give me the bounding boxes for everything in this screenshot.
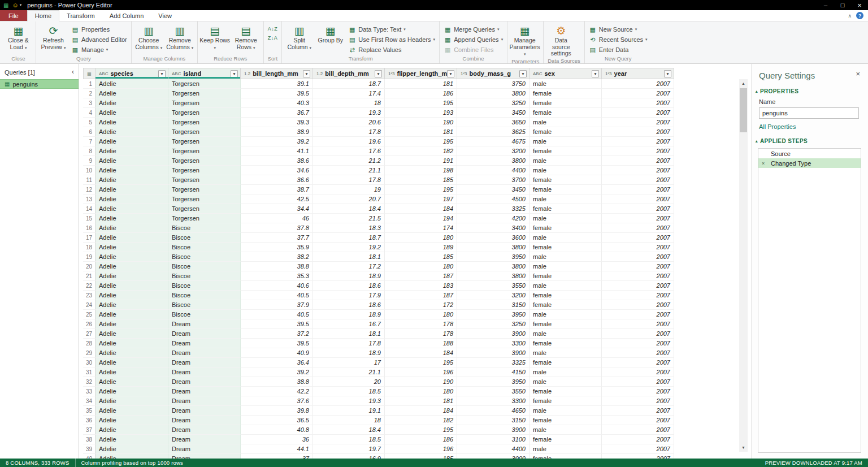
cell-body-mass-g[interactable]: 3200 [457, 146, 530, 156]
applied-step-changed-type[interactable]: × Changed Type [758, 158, 861, 168]
cell-flipper-length-mm[interactable]: 180 [385, 262, 457, 271]
cell-bill-length-mm[interactable]: 39.1 [241, 79, 313, 89]
cell-body-mass-g[interactable]: 3700 [457, 175, 530, 185]
cell-bill-depth-mm[interactable]: 20.7 [313, 194, 385, 204]
cell-bill-depth-mm[interactable]: 18.7 [313, 233, 385, 243]
cell-flipper-length-mm[interactable]: 184 [385, 204, 457, 214]
cell-island[interactable]: Torgersen [168, 175, 241, 185]
keep-rows-button[interactable]: ▤ Keep Rows ▾ [199, 23, 231, 51]
cell-body-mass-g[interactable]: 3250 [457, 319, 530, 329]
cell-sex[interactable]: female [530, 291, 602, 300]
cell-bill-depth-mm[interactable]: 18 [313, 416, 385, 425]
append-queries-button[interactable]: ▦ Append Queries ▾ [441, 34, 505, 45]
cell-bill-depth-mm[interactable]: 21.5 [313, 214, 385, 223]
cell-body-mass-g[interactable]: 3450 [457, 108, 530, 118]
cell-flipper-length-mm[interactable]: 185 [385, 454, 457, 459]
row-number[interactable]: 26 [83, 319, 96, 329]
filter-dropdown-button[interactable]: ▾ [592, 70, 599, 77]
cell-flipper-length-mm[interactable]: 172 [385, 300, 457, 310]
row-number[interactable]: 20 [83, 262, 96, 271]
cell-flipper-length-mm[interactable]: 193 [385, 108, 457, 118]
cell-bill-depth-mm[interactable]: 18.1 [313, 329, 385, 339]
cell-year[interactable]: 2007 [602, 339, 674, 348]
cell-bill-depth-mm[interactable]: 17.8 [313, 127, 385, 137]
cell-body-mass-g[interactable]: 3300 [457, 396, 530, 406]
cell-bill-length-mm[interactable]: 36.7 [241, 108, 313, 118]
group-by-button[interactable]: ▦ Group By [315, 23, 346, 44]
cell-sex[interactable]: female [530, 319, 602, 329]
cell-sex[interactable]: female [530, 416, 602, 425]
cell-flipper-length-mm[interactable]: 195 [385, 98, 457, 108]
row-number[interactable]: 25 [83, 310, 96, 319]
close-window-button[interactable]: × [851, 0, 868, 10]
cell-bill-length-mm[interactable]: 36.6 [241, 175, 313, 185]
cell-island[interactable]: Torgersen [168, 156, 241, 166]
collapse-ribbon-icon[interactable]: ∧ [848, 13, 852, 19]
cell-species[interactable]: Adelie [96, 339, 168, 348]
properties-section-header[interactable]: ▴ PROPERTIES [752, 86, 868, 97]
cell-species[interactable]: Adelie [96, 377, 168, 387]
cell-island[interactable]: Biscoe [168, 291, 241, 300]
cell-flipper-length-mm[interactable]: 183 [385, 281, 457, 291]
cell-island[interactable]: Dream [168, 348, 241, 358]
filter-dropdown-button[interactable]: ▾ [231, 70, 238, 77]
cell-year[interactable]: 2007 [602, 156, 674, 166]
cell-year[interactable]: 2007 [602, 185, 674, 194]
cell-body-mass-g[interactable]: 3300 [457, 339, 530, 348]
sort-descending-button[interactable]: Z↓A [266, 33, 280, 42]
manage-button[interactable]: ▦ Manage ▾ [69, 45, 129, 55]
row-number[interactable]: 13 [83, 194, 96, 204]
text-type-icon[interactable]: ABC [172, 71, 181, 76]
cell-bill-length-mm[interactable]: 38.6 [241, 156, 313, 166]
cell-bill-depth-mm[interactable]: 18.6 [313, 300, 385, 310]
cell-body-mass-g[interactable]: 4650 [457, 406, 530, 416]
cell-species[interactable]: Adelie [96, 156, 168, 166]
cell-bill-depth-mm[interactable]: 21.2 [313, 156, 385, 166]
cell-year[interactable]: 2007 [602, 319, 674, 329]
cell-species[interactable]: Adelie [96, 98, 168, 108]
cell-flipper-length-mm[interactable]: 189 [385, 243, 457, 252]
cell-island[interactable]: Biscoe [168, 243, 241, 252]
cell-body-mass-g[interactable]: 3900 [457, 425, 530, 435]
select-all-corner-button[interactable]: ▦ [83, 68, 96, 79]
column-header-sex[interactable]: ABC sex ▾ [530, 68, 602, 79]
column-header-bill-depth-mm[interactable]: 1.2 bill_depth_mm ▾ [313, 68, 385, 79]
row-number[interactable]: 5 [83, 118, 96, 127]
cell-island[interactable]: Biscoe [168, 300, 241, 310]
cell-species[interactable]: Adelie [96, 204, 168, 214]
cell-species[interactable]: Adelie [96, 310, 168, 319]
cell-bill-length-mm[interactable]: 38.8 [241, 262, 313, 271]
cell-year[interactable]: 2007 [602, 252, 674, 262]
whole-number-type-icon[interactable]: 1²3 [461, 71, 467, 76]
cell-year[interactable]: 2007 [602, 291, 674, 300]
use-first-row-as-headers-button[interactable]: ▤ Use First Row as Headers ▾ [346, 34, 437, 45]
cell-species[interactable]: Adelie [96, 185, 168, 194]
row-number[interactable]: 29 [83, 348, 96, 358]
cell-island[interactable]: Dream [168, 454, 241, 459]
data-source-settings-button[interactable]: ⚙ Data source settings [545, 23, 576, 57]
cell-body-mass-g[interactable]: 3900 [457, 329, 530, 339]
row-number[interactable]: 15 [83, 214, 96, 223]
cell-sex[interactable]: male [530, 156, 602, 166]
cell-bill-length-mm[interactable]: 37.2 [241, 329, 313, 339]
row-number[interactable]: 32 [83, 377, 96, 387]
cell-bill-depth-mm[interactable]: 18.5 [313, 435, 385, 444]
row-number[interactable]: 3 [83, 98, 96, 108]
cell-bill-depth-mm[interactable]: 18.9 [313, 348, 385, 358]
cell-body-mass-g[interactable]: 3550 [457, 387, 530, 396]
cell-body-mass-g[interactable]: 3950 [457, 252, 530, 262]
merge-queries-button[interactable]: ▦ Merge Queries ▾ [441, 24, 505, 34]
cell-bill-length-mm[interactable]: 39.5 [241, 339, 313, 348]
vertical-scrollbar[interactable]: ▲ ▼ [739, 79, 748, 452]
cell-bill-depth-mm[interactable]: 17.4 [313, 89, 385, 98]
minimize-button[interactable]: – [817, 0, 834, 10]
cell-bill-depth-mm[interactable]: 20.6 [313, 118, 385, 127]
cell-species[interactable]: Adelie [96, 108, 168, 118]
cell-bill-depth-mm[interactable]: 21.1 [313, 367, 385, 377]
cell-species[interactable]: Adelie [96, 118, 168, 127]
cell-flipper-length-mm[interactable]: 178 [385, 319, 457, 329]
cell-island[interactable]: Torgersen [168, 137, 241, 146]
applied-steps-section-header[interactable]: ▴ APPLIED STEPS [752, 136, 868, 147]
cell-species[interactable]: Adelie [96, 319, 168, 329]
cell-bill-depth-mm[interactable]: 19.6 [313, 137, 385, 146]
